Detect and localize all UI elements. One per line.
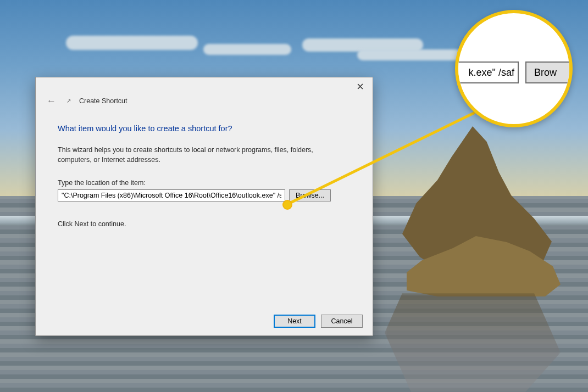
create-shortcut-dialog: ← ↗ Create Shortcut What item would you … [35,77,373,336]
location-label: Type the location of the item: [58,179,351,187]
magnifier-callout: k.exe" /saf Brow [455,10,573,127]
continue-text: Click Next to continue. [58,220,351,228]
dialog-title: Create Shortcut [79,97,127,105]
callout-anchor-dot [282,200,292,210]
magnified-browse-button: Brow [525,61,573,83]
desktop-reflection [385,293,561,392]
browse-button[interactable]: Browse... [289,189,331,201]
shortcut-icon: ↗ [65,97,73,105]
dialog-titlebar [36,77,373,95]
close-icon [357,83,363,89]
location-input[interactable] [58,189,285,201]
magnified-input-text: k.exe" /saf [469,67,514,79]
location-input-row: Browse... [58,189,351,201]
magnified-location-input: k.exe" /saf [455,61,519,83]
dialog-header-row: ← ↗ Create Shortcut [36,95,373,110]
cancel-button[interactable]: Cancel [321,315,363,328]
dialog-description: This wizard helps you to create shortcut… [58,145,343,165]
dialog-footer: Next Cancel [36,307,373,335]
back-arrow-icon[interactable]: ← [45,95,58,107]
close-button[interactable] [350,79,370,94]
next-button[interactable]: Next [274,315,315,328]
dialog-heading: What item would you like to create a sho… [58,124,351,133]
magnified-button-text: Brow [534,67,557,79]
magnifier-content: k.exe" /saf Brow [458,13,569,124]
dialog-content: What item would you like to create a sho… [36,110,373,228]
